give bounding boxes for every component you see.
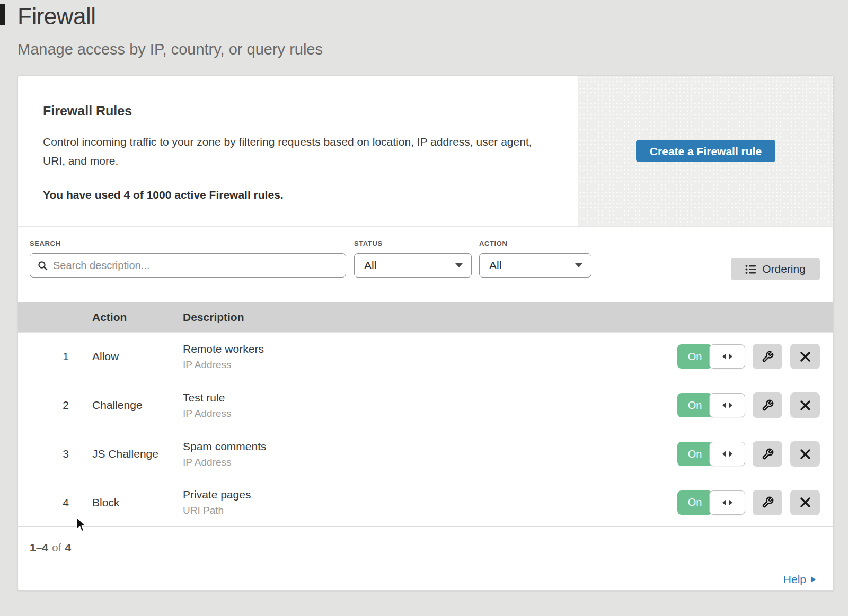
toggle-handle[interactable]: [709, 393, 745, 417]
toggle-on-label: On: [677, 490, 712, 515]
wrench-icon: [762, 351, 774, 363]
ordering-button[interactable]: Ordering: [731, 258, 820, 280]
arrow-right-icon: [729, 353, 732, 360]
create-firewall-rule-button[interactable]: Create a Firewall rule: [636, 140, 775, 162]
delete-rule-button[interactable]: [790, 490, 820, 515]
search-icon: [38, 261, 48, 271]
firewall-rules-card: Firewall Rules Control incoming traffic …: [17, 75, 834, 591]
rule-description: Spam comments: [183, 440, 663, 453]
x-icon: [800, 351, 811, 362]
rule-priority: 1: [18, 350, 92, 363]
rule-action: JS Challenge: [92, 448, 183, 460]
card-footer: Help: [18, 568, 833, 590]
delete-rule-button[interactable]: [790, 344, 820, 369]
action-column-header: Action: [92, 311, 183, 324]
arrow-left-icon: [722, 451, 726, 457]
window-edge-artifact: [0, 4, 5, 25]
toggle-handle[interactable]: [709, 442, 745, 466]
rule-action: Challenge: [92, 399, 183, 412]
description-column-header: Description: [183, 311, 663, 324]
rule-priority: 3: [18, 448, 92, 460]
chevron-down-icon: [575, 263, 582, 267]
status-filter-group: STATUS All: [354, 239, 472, 278]
rule-description: Private pages: [183, 488, 663, 501]
search-input[interactable]: [53, 260, 338, 272]
rule-action: Allow: [92, 350, 183, 363]
toggle-handle[interactable]: [709, 344, 745, 369]
card-top-section: Firewall Rules Control incoming traffic …: [18, 76, 833, 227]
wrench-icon: [762, 496, 774, 508]
arrow-right-icon: [729, 402, 732, 408]
rule-match-type: IP Address: [183, 408, 663, 419]
status-selected-value: All: [364, 259, 376, 272]
card-description: Control incoming traffic to your zone by…: [43, 132, 546, 171]
x-icon: [800, 449, 811, 460]
edit-rule-button[interactable]: [753, 490, 782, 515]
rule-description: Remote workers: [183, 343, 663, 355]
edit-rule-button[interactable]: [753, 344, 782, 369]
search-label: SEARCH: [30, 239, 346, 247]
table-row: 1 Allow Remote workers IP Address On: [18, 332, 833, 381]
arrow-left-icon: [722, 402, 726, 408]
ordering-button-label: Ordering: [762, 263, 806, 275]
action-select[interactable]: All: [479, 253, 591, 278]
delete-rule-button[interactable]: [790, 392, 820, 418]
arrow-left-icon: [722, 353, 726, 360]
pagination-of: of: [52, 541, 61, 554]
rule-enabled-toggle[interactable]: On: [677, 490, 745, 515]
rule-match-type: IP Address: [183, 457, 663, 468]
filters-bar: SEARCH STATUS All ACTION All: [18, 227, 833, 302]
x-icon: [800, 400, 811, 411]
rule-enabled-toggle[interactable]: On: [677, 344, 745, 369]
rule-description: Test rule: [183, 391, 663, 404]
arrow-right-icon: [729, 451, 732, 457]
search-group: SEARCH: [30, 239, 346, 278]
wrench-icon: [762, 448, 774, 460]
arrow-left-icon: [722, 499, 726, 506]
toggle-handle[interactable]: [709, 490, 745, 515]
search-box[interactable]: [30, 253, 346, 278]
action-filter-group: ACTION All: [479, 239, 591, 278]
wrench-icon: [762, 399, 774, 412]
firewall-rules-info: Firewall Rules Control incoming traffic …: [18, 76, 578, 226]
pagination-range: 1–4: [30, 541, 48, 554]
rule-enabled-toggle[interactable]: On: [677, 442, 745, 466]
table-row: 3 JS Challenge Spam comments IP Address …: [18, 430, 833, 478]
usage-note: You have used 4 of 1000 active Firewall …: [43, 189, 578, 201]
edit-rule-button[interactable]: [753, 392, 782, 418]
table-row: 4 Block Private pages URI Path On: [18, 478, 833, 526]
table-header: Action Description: [18, 302, 833, 332]
rule-action: Block: [92, 496, 183, 509]
rule-match-type: IP Address: [183, 359, 663, 371]
rule-priority: 4: [18, 496, 92, 509]
page-subtitle: Manage access by IP, country, or query r…: [17, 41, 323, 58]
rule-match-type: URI Path: [183, 505, 663, 516]
page-title: Firewall: [17, 3, 323, 30]
pagination-total: 4: [65, 541, 72, 554]
status-label: STATUS: [354, 239, 472, 247]
arrow-right-icon: [729, 499, 732, 506]
pagination: 1–4 of 4: [18, 526, 833, 568]
page-header: Firewall Manage access by IP, country, o…: [17, 3, 323, 58]
delete-rule-button[interactable]: [790, 441, 820, 467]
status-select[interactable]: All: [354, 253, 472, 278]
rule-enabled-toggle[interactable]: On: [677, 393, 745, 417]
help-link[interactable]: Help: [783, 573, 816, 586]
toggle-on-label: On: [677, 442, 712, 466]
toggle-on-label: On: [677, 393, 712, 417]
arrow-right-icon: [811, 576, 816, 583]
edit-rule-button[interactable]: [753, 441, 782, 467]
create-rule-panel: Create a Firewall rule: [578, 76, 833, 226]
ordering-list-icon: [745, 264, 756, 274]
chevron-down-icon: [455, 263, 463, 267]
help-link-label: Help: [783, 573, 806, 586]
table-row: 2 Challenge Test rule IP Address On: [18, 381, 833, 430]
rule-priority: 2: [18, 399, 92, 412]
toggle-on-label: On: [677, 344, 712, 369]
action-selected-value: All: [489, 259, 501, 272]
card-heading: Firewall Rules: [43, 103, 578, 119]
x-icon: [800, 497, 811, 508]
action-label: ACTION: [479, 239, 591, 247]
